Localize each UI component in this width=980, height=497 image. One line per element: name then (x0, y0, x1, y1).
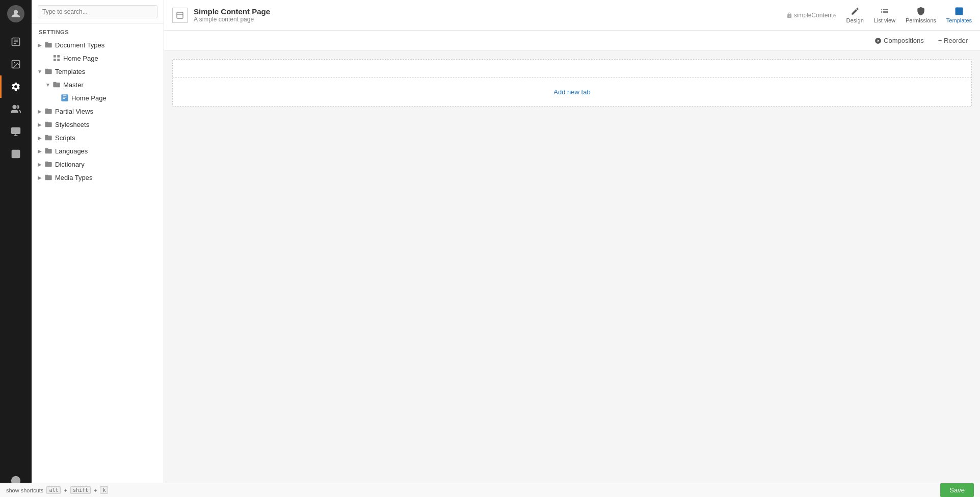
tree-label-stylesheets: Stylesheets (55, 121, 89, 128)
folder-icon-dictionary (44, 160, 53, 169)
tree-label-document-types: Document Types (55, 41, 104, 49)
tree-label-dictionary: Dictionary (55, 161, 85, 168)
compositions-label: Compositions (884, 37, 924, 44)
svg-rect-5 (12, 128, 20, 134)
svg-rect-13 (177, 12, 183, 18)
folder-icon-scripts (44, 133, 53, 142)
nav-item-reports[interactable] (0, 143, 32, 165)
page-title: Simple Content Page (194, 7, 786, 16)
nav-item-forms[interactable] (0, 120, 32, 143)
page-header: Simple Content Page A simple content pag… (164, 0, 980, 31)
plus-separator2: + (94, 487, 97, 493)
arrow-dictionary: ▶ (36, 160, 44, 168)
tree-label-scripts: Scripts (55, 134, 75, 142)
tree-container: ▶ Document Types ▶ Home Page ▼ Templates… (32, 38, 164, 184)
folder-icon-stylesheets (44, 120, 53, 129)
action-design[interactable]: Design (846, 7, 864, 23)
tree-label-templates: Templates (55, 68, 85, 75)
folder-icon-partial-views (44, 107, 53, 116)
svg-rect-11 (57, 59, 60, 61)
arrow-languages: ▶ (36, 147, 44, 155)
action-design-label: Design (846, 17, 864, 23)
arrow-document-types: ▶ (36, 41, 44, 49)
tree-item-document-types[interactable]: ▶ Document Types (32, 38, 164, 51)
tree-label-media-types: Media Types (55, 174, 92, 181)
arrow-stylesheets: ▶ (36, 120, 44, 128)
tree-label-template-homepage: Home Page (71, 94, 107, 102)
svg-rect-6 (12, 150, 20, 158)
alias-text: simpleContent (794, 12, 833, 19)
main-area: Simple Content Page A simple content pag… (164, 0, 980, 497)
svg-point-4 (13, 106, 16, 109)
tree-item-doctype-homepage[interactable]: ▶ Home Page (32, 51, 164, 65)
tree-item-languages[interactable]: ▶ Languages (32, 144, 164, 158)
tab-container: Add new tab (172, 59, 972, 107)
plus-separator: + (64, 487, 67, 493)
arrow-partial-views: ▶ (36, 107, 44, 115)
tree-item-master[interactable]: ▼ Master (32, 78, 164, 91)
tree-item-templates[interactable]: ▼ Templates (32, 65, 164, 78)
svg-point-0 (14, 10, 18, 14)
svg-rect-12 (61, 94, 68, 101)
avatar[interactable] (7, 5, 24, 22)
header-alias: simpleContent e (786, 12, 836, 19)
header-info: Simple Content Page A simple content pag… (194, 7, 786, 23)
search-input[interactable] (38, 5, 157, 18)
svg-rect-14 (955, 8, 963, 15)
action-permissions[interactable]: Permissions (906, 7, 936, 23)
svg-rect-10 (54, 59, 56, 61)
shortcuts-hint: show shortcuts alt + shift + k (6, 486, 108, 494)
tree-item-template-homepage[interactable]: ▶ Home Page (32, 91, 164, 104)
page-description: A simple content page (194, 16, 786, 23)
sidebar-section-title: SETTINGS (32, 24, 164, 38)
action-templates-label: Templates (946, 17, 972, 23)
svg-rect-8 (54, 55, 56, 58)
template-icon-homepage (60, 93, 69, 102)
reorder-button[interactable]: + Reorder (934, 35, 972, 46)
svg-rect-9 (57, 55, 60, 58)
action-templates[interactable]: Templates (946, 7, 972, 23)
alt-key: alt (46, 486, 61, 494)
tree-item-dictionary[interactable]: ▶ Dictionary (32, 158, 164, 171)
folder-icon-master (52, 80, 61, 89)
k-key: k (100, 486, 108, 494)
content-toolbar: Compositions + Reorder (164, 31, 980, 51)
compositions-button[interactable]: Compositions (870, 35, 928, 46)
add-tab-area: Add new tab (173, 78, 971, 106)
sidebar-search-container (32, 0, 164, 24)
arrow-scripts: ▶ (36, 134, 44, 142)
tree-item-partial-views[interactable]: ▶ Partial Views (32, 104, 164, 118)
header-actions: Design List view Permissions Templates (846, 7, 972, 23)
alias-suffix: e (833, 12, 836, 18)
tree-item-media-types[interactable]: ▶ Media Types (32, 171, 164, 184)
nav-item-media[interactable] (0, 53, 32, 75)
svg-point-3 (14, 62, 15, 64)
action-list-view-label: List view (874, 17, 895, 23)
page-type-icon (172, 8, 188, 23)
icon-navigation (0, 0, 32, 497)
bottom-bar: show shortcuts alt + shift + k Save (0, 483, 980, 497)
save-button[interactable]: Save (940, 483, 974, 497)
action-list-view[interactable]: List view (874, 7, 895, 23)
folder-icon-media-types (44, 173, 53, 182)
action-permissions-label: Permissions (906, 17, 936, 23)
content-area: Add new tab (164, 51, 980, 497)
nav-item-members[interactable] (0, 98, 32, 120)
tree-label-doctype-homepage: Home Page (63, 55, 98, 62)
arrow-templates: ▼ (36, 67, 44, 75)
tree-label-master: Master (63, 81, 84, 89)
tree-label-partial-views: Partial Views (55, 108, 93, 115)
tree-item-scripts[interactable]: ▶ Scripts (32, 131, 164, 144)
folder-icon-document-types (44, 40, 53, 49)
shortcuts-label: show shortcuts (6, 487, 43, 493)
nav-item-content[interactable] (0, 31, 32, 53)
nav-item-settings[interactable] (0, 75, 32, 98)
arrow-master: ▼ (44, 81, 52, 89)
grid-icon-homepage (52, 54, 61, 63)
tree-item-stylesheets[interactable]: ▶ Stylesheets (32, 118, 164, 131)
tab-bar (173, 60, 971, 78)
arrow-media-types: ▶ (36, 173, 44, 181)
add-new-tab-link[interactable]: Add new tab (553, 88, 590, 96)
folder-icon-languages (44, 146, 53, 155)
tree-label-languages: Languages (55, 147, 88, 155)
